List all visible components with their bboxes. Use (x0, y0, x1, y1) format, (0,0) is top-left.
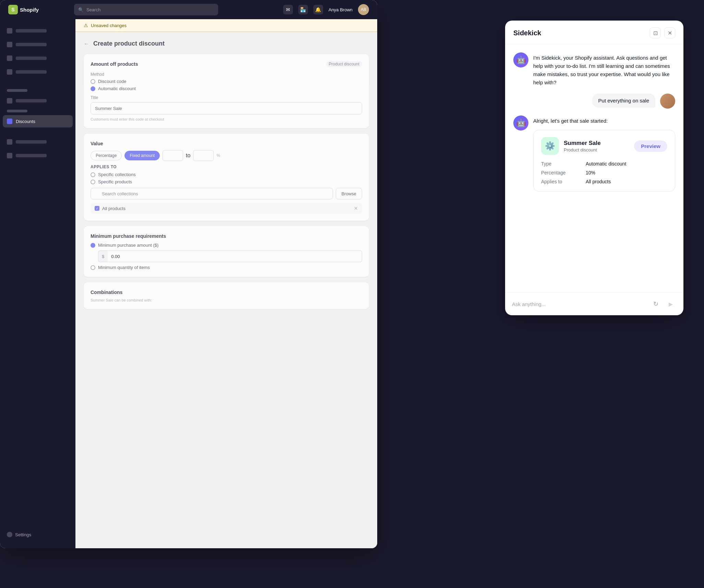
value-input[interactable] (163, 150, 183, 161)
sidekick-bot-avatar: 🤖 (513, 52, 528, 68)
discount-details: Type Automatic discount Percentage 10% A… (541, 161, 667, 184)
minimize-button[interactable]: ⊡ (650, 27, 661, 38)
sidebar-item-extra1[interactable] (3, 136, 73, 148)
radio-discount-code[interactable]: Discount code (91, 79, 362, 84)
sidebar-item-products[interactable] (3, 52, 73, 64)
fixed-amount-button[interactable]: Fixed amount (124, 151, 160, 160)
extra1-icon (7, 139, 12, 145)
sidebar-item-analytics[interactable] (3, 95, 73, 107)
sidebar-analytics-label (16, 99, 47, 102)
detail-row-applies: Applies to All products (541, 179, 667, 184)
back-arrow-icon[interactable]: ← (84, 41, 89, 47)
admin-body: Discounts ⚠ Unsaved changes ← Create pro (0, 19, 377, 548)
email-icon[interactable]: ✉ (283, 5, 293, 14)
bot-response-row: 🤖 Alright, let's get that sale started: … (513, 115, 675, 192)
header-actions: ⊡ ✕ (650, 27, 675, 38)
customers-icon (7, 69, 12, 75)
specific-products-label: Specific products (98, 179, 132, 184)
preview-button[interactable]: Preview (634, 140, 667, 152)
amount-off-card: Amount off products Product discount Met… (84, 54, 369, 128)
sidebar-orders-label (16, 43, 47, 46)
value-input-2[interactable] (193, 150, 214, 161)
unsaved-changes-text: Unsaved changes (91, 23, 127, 28)
dollar-input-row: $ (98, 250, 362, 262)
detail-percentage-label: Percentage (541, 170, 579, 175)
bot-greeting-row: 🤖 I'm Sidekick, your Shopify assistant. … (513, 52, 675, 87)
discount-preview-card: ⚙️ Summer Sale Product discount Preview … (533, 130, 675, 192)
refresh-button[interactable]: ↻ (650, 298, 661, 310)
combinations-hint: Summer Sale can be combined with: (91, 298, 362, 302)
radio-specific-collections[interactable]: Specific collections (91, 172, 362, 177)
detail-percentage-value: 10% (586, 170, 595, 175)
sidekick-bot-avatar-2: 🤖 (513, 115, 528, 131)
admin-sidebar: Discounts (0, 19, 75, 548)
title-input-value: Summer Sale (95, 106, 122, 111)
extra2-icon (7, 153, 12, 158)
all-products-checkbox[interactable]: ✓ (95, 206, 99, 211)
minimum-card-title: Minimum purchase requirements (91, 233, 166, 239)
detail-row-type: Type Automatic discount (541, 161, 667, 167)
radio-specific-products[interactable]: Specific products (91, 179, 362, 184)
sidekick-panel: Sidekick ⊡ ✕ 🤖 I'm Sidekick, your Shopif… (505, 21, 683, 315)
search-collections-input[interactable] (91, 188, 333, 199)
sidebar-item-customers[interactable] (3, 66, 73, 78)
bell-icon[interactable]: 🔔 (313, 5, 323, 14)
search-icon: 🔍 (78, 7, 84, 12)
min-amount-input[interactable] (108, 250, 362, 262)
send-button[interactable]: ▶ (665, 298, 677, 310)
browse-button[interactable]: Browse (336, 188, 362, 199)
refresh-icon: ↻ (653, 300, 658, 308)
user-avatar-face (660, 94, 675, 109)
admin-topnav: S Shopify 🔍 Search ✉ 🏪 🔔 Anya Brown AB (0, 0, 377, 19)
minimize-icon: ⊡ (653, 30, 658, 36)
combinations-card: Combinations Summer Sale can be combined… (84, 282, 369, 309)
bot-avatar-icon-2: 🤖 (516, 119, 526, 127)
radio-dot-code (91, 79, 95, 84)
radio-min-qty[interactable]: Minimum quantity of items (91, 265, 362, 270)
orders-icon (7, 42, 12, 47)
minimum-purchase-card: Minimum purchase requirements Minimum pu… (84, 226, 369, 277)
sidebar-item-home[interactable] (3, 25, 73, 37)
sidekick-messages[interactable]: 🤖 I'm Sidekick, your Shopify assistant. … (505, 44, 683, 292)
admin-search-bar[interactable]: 🔍 Search (74, 4, 218, 15)
radio-label-code: Discount code (98, 79, 126, 84)
radio-min-amount[interactable]: Minimum purchase amount ($) (91, 243, 362, 248)
analytics-icon (7, 98, 12, 103)
close-button[interactable]: ✕ (664, 27, 675, 38)
user-avatar[interactable]: AB (358, 4, 369, 15)
method-label: Method (91, 72, 362, 77)
store-icon[interactable]: 🏪 (298, 5, 308, 14)
detail-type-label: Type (541, 161, 579, 167)
combinations-title: Combinations (91, 290, 122, 295)
bot-avatar-icon: 🤖 (516, 56, 526, 64)
radio-automatic[interactable]: Automatic discount (91, 86, 362, 91)
radio-dot-min-amount (91, 243, 95, 248)
sidekick-ask-input[interactable] (512, 301, 646, 307)
min-amount-label: Minimum purchase amount ($) (98, 243, 158, 248)
search-wrapper: 🔍 (91, 188, 333, 199)
bot-greeting-text: I'm Sidekick, your Shopify assistant. As… (533, 52, 675, 87)
close-icon: ✕ (668, 30, 672, 36)
radio-label-automatic: Automatic discount (98, 86, 136, 91)
sidebar-item-extra2[interactable] (3, 149, 73, 162)
radio-dot-min-qty (91, 265, 95, 270)
method-radio-group: Discount code Automatic discount (91, 79, 362, 91)
page-header: ← Create product discount (84, 40, 369, 47)
title-hint: Customers must enter this code at checko… (91, 117, 362, 121)
sidebar-customers-label (16, 70, 47, 74)
sidebar-section-divider (7, 89, 27, 92)
settings-bar[interactable]: Settings (3, 529, 78, 540)
page-title: Create product discount (93, 40, 165, 47)
sidebar-item-discounts[interactable]: Discounts (3, 115, 73, 127)
percentage-button[interactable]: Percentage (91, 151, 122, 160)
remove-all-products-button[interactable]: ✕ (354, 206, 358, 211)
specific-collections-label: Specific collections (98, 172, 136, 177)
sidebar-extra2-label (16, 154, 47, 157)
sidekick-title: Sidekick (513, 29, 541, 37)
title-input[interactable]: Summer Sale (91, 102, 362, 114)
radio-dot-collections (91, 172, 95, 177)
admin-nav-icons: ✉ 🏪 🔔 Anya Brown AB (283, 4, 369, 15)
detail-applies-value: All products (586, 179, 611, 184)
sidebar-item-orders[interactable] (3, 38, 73, 51)
percent-sign: % (216, 153, 220, 158)
